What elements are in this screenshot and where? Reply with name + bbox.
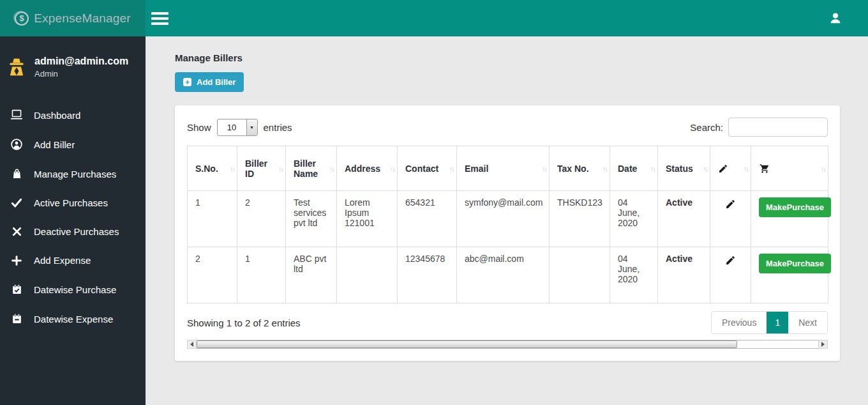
sidebar: $ ExpenseManager admin@admin.com Admin xyxy=(0,0,146,405)
column-header-biller-id[interactable]: Biller ID↑↓ xyxy=(237,146,286,191)
brand-name: ExpenseManager xyxy=(34,11,131,26)
sidebar-item-label: Add Biller xyxy=(34,139,75,150)
sort-icon: ↑↓ xyxy=(542,165,546,172)
scroll-right-arrow-icon[interactable] xyxy=(818,340,828,349)
cell-biller-name: Test services pvt ltd xyxy=(286,191,337,247)
column-header-edit[interactable]: ↑↓ xyxy=(710,146,751,191)
next-page-button[interactable]: Next xyxy=(788,312,827,333)
make-purchase-button[interactable]: MakePurchase xyxy=(759,254,831,273)
sort-icon: ↑↓ xyxy=(650,165,655,172)
sidebar-menu: Dashboard Add Biller Manage Purchases xyxy=(0,95,146,333)
sort-icon: ↑↓ xyxy=(449,165,454,172)
cell-sno: 1 xyxy=(188,191,237,247)
table-header-row: S.No.↑↓ Biller ID↑↓ Biller Name↑↓ Addres… xyxy=(188,146,828,191)
search-input[interactable] xyxy=(728,118,828,137)
column-header-address[interactable]: Address↑↓ xyxy=(337,146,398,191)
sidebar-item-label: Active Purchases xyxy=(34,197,108,208)
sidebar-item-manage-purchases[interactable]: Manage Purchases xyxy=(0,159,146,188)
check-icon xyxy=(10,198,23,208)
cell-biller-name: ABC pvt ltd xyxy=(286,247,337,303)
user-email: admin@admin.com xyxy=(34,56,128,67)
sort-icon: ↑↓ xyxy=(744,165,748,172)
plus-icon xyxy=(10,256,23,266)
edit-button[interactable] xyxy=(724,254,737,267)
edit-button[interactable] xyxy=(724,197,737,211)
cell-tax-no: THSKD123 xyxy=(550,191,610,247)
sort-icon: ↑↓ xyxy=(821,165,825,172)
sort-icon: ↑↓ xyxy=(329,165,334,172)
hamburger-menu-icon[interactable] xyxy=(151,12,168,25)
page-title: Manage Billers xyxy=(175,52,840,63)
billers-table: S.No.↑↓ Biller ID↑↓ Biller Name↑↓ Addres… xyxy=(187,146,828,303)
sidebar-item-label: Datewise Expense xyxy=(34,314,113,325)
cell-biller-id: 1 xyxy=(237,247,286,303)
search-label: Search: xyxy=(690,122,723,133)
table-row: 1 2 Test services pvt ltd Lorem Ipsum 12… xyxy=(188,191,828,247)
status-badge: Active xyxy=(658,247,710,303)
cell-sno: 2 xyxy=(188,247,237,303)
sidebar-item-add-expense[interactable]: Add Expense xyxy=(0,246,146,275)
sidebar-item-dashboard[interactable]: Dashboard xyxy=(0,100,146,130)
scrollbar-track[interactable] xyxy=(197,340,818,349)
billers-card: Show 10 ▼ entries Search: S.N xyxy=(175,105,840,361)
sidebar-item-add-biller[interactable]: Add Biller xyxy=(0,130,146,159)
cell-email: abc@mail.com xyxy=(457,247,550,303)
column-header-status[interactable]: Status↑↓ xyxy=(658,146,710,191)
sidebar-item-active-purchases[interactable]: Active Purchases xyxy=(0,188,146,217)
main-content: Manage Billers + Add Biller Show 10 ▼ en… xyxy=(146,36,868,405)
x-icon xyxy=(10,227,23,236)
column-header-tax-no[interactable]: Tax No.↑↓ xyxy=(550,146,610,191)
pencil-icon xyxy=(718,164,728,174)
sort-icon: ↑↓ xyxy=(703,165,707,172)
scrollbar-thumb[interactable] xyxy=(197,340,737,348)
sidebar-item-datewise-expense[interactable]: Datewise Expense xyxy=(0,304,146,333)
table-info: Showing 1 to 2 of 2 entries xyxy=(187,317,301,328)
topbar xyxy=(146,0,868,36)
pencil-icon xyxy=(725,255,736,266)
cell-biller-id: 2 xyxy=(237,191,286,247)
sort-icon: ↑↓ xyxy=(230,165,234,172)
sidebar-item-datewise-purchase[interactable]: Datewise Purchase xyxy=(0,275,146,304)
sort-icon: ↑↓ xyxy=(278,165,283,172)
cell-address xyxy=(337,247,398,303)
column-header-email[interactable]: Email↑↓ xyxy=(457,146,550,191)
column-header-purchase[interactable]: ↑↓ xyxy=(751,146,828,191)
cell-email: symfony@mail.com xyxy=(457,191,550,247)
show-label: Show xyxy=(187,122,211,133)
select-arrow-icon: ▼ xyxy=(246,119,257,135)
scroll-left-arrow-icon[interactable] xyxy=(187,340,197,349)
user-panel: admin@admin.com Admin xyxy=(0,36,146,95)
cell-date: 04 June, 2020 xyxy=(610,247,658,303)
page-number-button[interactable]: 1 xyxy=(767,312,788,333)
sidebar-item-deactive-purchases[interactable]: Deactive Purchases xyxy=(0,217,146,246)
column-header-date[interactable]: Date↑↓ xyxy=(610,146,658,191)
add-biller-button[interactable]: + Add Biller xyxy=(175,72,244,92)
column-header-contact[interactable]: Contact↑↓ xyxy=(398,146,457,191)
person-circle-icon xyxy=(10,139,23,150)
sort-icon: ↑↓ xyxy=(390,165,394,172)
cell-date: 04 June, 2020 xyxy=(610,191,658,247)
calendar-check-icon xyxy=(10,284,23,295)
pagination: Previous 1 Next xyxy=(711,311,828,334)
laptop-icon xyxy=(10,109,23,121)
previous-page-button[interactable]: Previous xyxy=(712,312,767,333)
brand-header[interactable]: $ ExpenseManager xyxy=(0,0,146,36)
coin-logo-icon: $ xyxy=(15,11,29,26)
column-header-sno[interactable]: S.No.↑↓ xyxy=(188,146,237,191)
table-controls: Show 10 ▼ entries Search: xyxy=(187,118,828,137)
table-row: 2 1 ABC pvt ltd 12345678 abc@mail.com 04… xyxy=(188,247,828,303)
plus-square-icon: + xyxy=(183,78,191,86)
entries-label: entries xyxy=(264,122,292,133)
topbar-user-icon[interactable] xyxy=(828,11,842,26)
horizontal-scrollbar[interactable] xyxy=(187,340,828,349)
column-header-biller-name[interactable]: Biller Name↑↓ xyxy=(286,146,337,191)
shopping-bag-icon xyxy=(10,168,23,180)
sidebar-item-label: Dashboard xyxy=(34,110,80,121)
add-biller-label: Add Biller xyxy=(197,77,236,87)
pencil-icon xyxy=(725,199,736,210)
page-length-select[interactable]: 10 ▼ xyxy=(217,119,258,136)
cell-contact: 654321 xyxy=(398,191,457,247)
sidebar-item-label: Deactive Purchases xyxy=(34,226,119,237)
make-purchase-button[interactable]: MakePurchase xyxy=(759,197,831,217)
calendar-icon xyxy=(10,313,23,325)
